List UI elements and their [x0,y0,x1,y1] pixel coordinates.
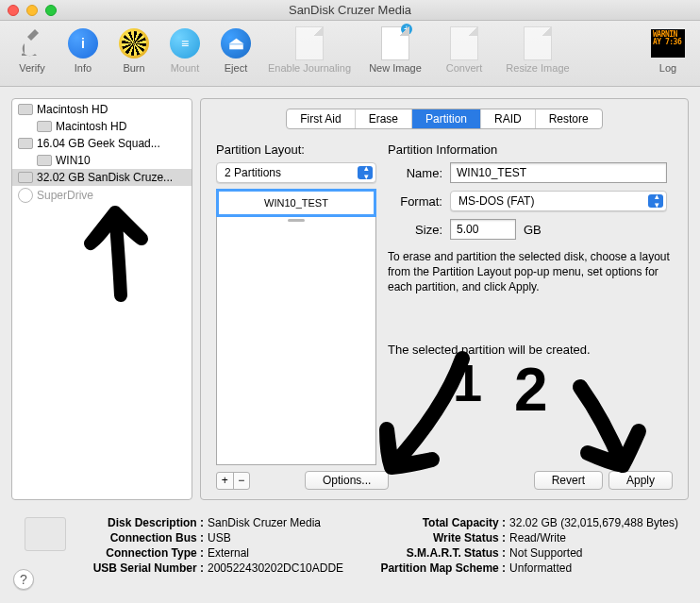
burn-icon [119,28,149,59]
sidebar-item-geek-squad-disk[interactable]: 16.04 GB Geek Squad... [12,135,192,152]
tab-erase[interactable]: Erase [356,109,412,128]
partition-layout-dropdown[interactable]: 2 Partitions ▴▾ [216,162,376,183]
log-button[interactable]: WARNIN AY 7:36 Log [643,26,692,74]
revert-button[interactable]: Revert [534,471,603,490]
format-label: Format: [388,194,442,209]
new-image-button[interactable]: + New Image [358,26,432,74]
size-label: Size: [388,223,442,237]
tab-restore[interactable]: Restore [536,109,602,128]
convert-button[interactable]: Convert [434,26,494,74]
optical-icon [18,188,33,203]
tab-partition[interactable]: Partition [412,109,481,128]
disk-icon [18,172,33,183]
info-button[interactable]: i Info [58,26,108,74]
partition-resize-handle[interactable] [217,216,375,224]
disk-icon [18,104,33,115]
sidebar-item-macintosh-hd-vol[interactable]: Macintosh HD [12,118,192,135]
partition-name-input[interactable] [450,162,667,183]
partition-map[interactable]: WIN10_TEST [216,189,376,465]
titlebar: SanDisk Cruzer Media [0,0,700,21]
disk-icon [18,138,33,149]
layout-heading: Partition Layout: [216,142,376,157]
main-area: Macintosh HD Macintosh HD 16.04 GB Geek … [0,87,700,506]
log-icon: WARNIN AY 7:36 [651,29,685,58]
convert-icon [450,26,478,60]
status-text: The selected partition will be created. [388,343,673,357]
mount-icon: ≡ [170,28,200,59]
sidebar-item-win10-vol[interactable]: WIN10 [12,152,192,169]
remove-partition-button[interactable]: − [234,473,250,489]
disk-icon [25,517,66,551]
help-text: To erase and partition the selected disk… [388,249,673,295]
size-unit: GB [524,223,542,237]
verify-button[interactable]: Verify [8,26,57,74]
eject-button[interactable]: ⏏ Eject [211,26,260,74]
sidebar-item-macintosh-hd-disk[interactable]: Macintosh HD [12,101,192,118]
window-title: SanDisk Cruzer Media [0,3,700,17]
partition-size-input[interactable] [450,219,516,240]
tab-raid[interactable]: RAID [481,109,536,128]
disk-icon [37,121,52,132]
add-remove-partition: + − [216,472,250,490]
info-icon: i [68,28,98,59]
resize-icon [524,26,552,60]
new-image-icon: + [381,26,409,60]
device-sidebar[interactable]: Macintosh HD Macintosh HD 16.04 GB Geek … [11,98,192,500]
disk-icon [37,155,52,166]
enable-journaling-button[interactable]: Enable Journaling [262,26,357,74]
microscope-icon [15,26,49,60]
tab-first-aid[interactable]: First Aid [287,109,355,128]
help-button[interactable]: ? [13,569,34,590]
eject-icon: ⏏ [221,28,251,59]
burn-button[interactable]: Burn [109,26,158,74]
name-label: Name: [388,166,442,180]
add-partition-button[interactable]: + [217,473,234,489]
resize-image-button[interactable]: Resize Image [496,26,579,74]
partition-slice-1[interactable]: WIN10_TEST [217,190,375,216]
sidebar-item-superdrive[interactable]: SuperDrive [12,186,192,205]
disk-info-footer: Disk Description :SanDisk Cruzer Media C… [0,506,700,585]
options-button[interactable]: Options... [305,471,389,490]
tab-row: First Aid Erase Partition RAID Restore [216,109,673,129]
mount-button[interactable]: ≡ Mount [160,26,209,74]
chevron-updown-icon: ▴▾ [364,164,369,181]
apply-button[interactable]: Apply [608,471,673,490]
partition-panel: First Aid Erase Partition RAID Restore P… [200,98,689,500]
toolbar: Verify i Info Burn ≡ Mount ⏏ Eject Enabl… [0,21,700,87]
info-heading: Partition Information [388,142,673,157]
chevron-updown-icon: ▴▾ [655,193,659,209]
sidebar-item-sandisk-cruzer[interactable]: 32.02 GB SanDisk Cruze... [12,169,192,186]
format-dropdown[interactable]: MS-DOS (FAT) ▴▾ [450,191,667,211]
verify-label: Verify [19,62,45,74]
page-icon [295,26,324,60]
